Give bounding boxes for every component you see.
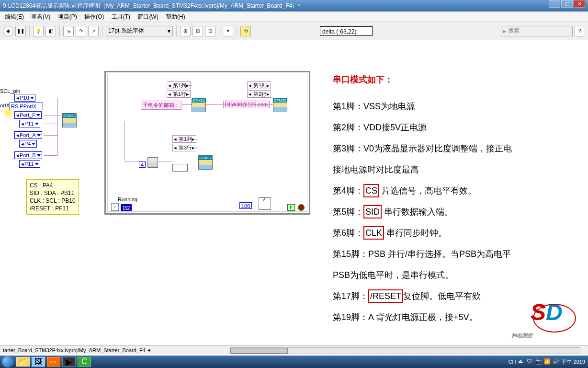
concat-node[interactable] (172, 164, 188, 172)
menu-bar: 编辑(E) 查看(V) 项目(P) 操作(O) 工具(T) 窗口(W) 帮助(H… (0, 12, 588, 22)
font-selector[interactable]: 17pt 系统字体▾ (106, 26, 173, 36)
help-button[interactable]: ? (575, 26, 585, 36)
menu-view[interactable]: 查看(V) (31, 13, 50, 20)
document-text: 串口模式如下： 第1脚：VSS为地电源 第2脚：VDD接5V正电源 第3脚：V0… (333, 69, 582, 328)
shield-icon: 🛡 (527, 358, 533, 365)
bool-false-const[interactable]: F (287, 204, 295, 211)
col1-b[interactable]: ◂第1列▸ (247, 81, 271, 89)
taskbar-pdf[interactable]: PDF (47, 357, 60, 367)
port-a[interactable]: ◂Port_A (14, 131, 42, 139)
menu-operate[interactable]: 操作(O) (84, 13, 104, 20)
block-diagram-canvas[interactable]: SCL_pin ortX ◂P10 RS PPortX ◂Port_F ◂P11… (0, 40, 588, 366)
port-p10[interactable]: ◂P10 (14, 94, 35, 102)
system-tray[interactable]: CH ⏏ 🛡 📷 📶 🔊 下午 2019 (506, 358, 588, 366)
taskbar-photo[interactable]: 🖼 (32, 357, 45, 367)
const-4[interactable]: 4 (139, 161, 146, 168)
step-out-button[interactable]: ↗ (88, 26, 99, 36)
row1-a[interactable]: ◂第1行▸ (167, 90, 191, 98)
camera-icon: 📷 (535, 358, 542, 365)
sd-logo: SD 神电测控 (531, 299, 583, 337)
doc-pin5: 第5脚：SID 串行数据输入端。 (333, 201, 582, 222)
doc-pin15: 第15脚：PSB 并行/串行选择。当PSB为高电平 (333, 243, 582, 264)
port-p11a[interactable]: ◂P11 (19, 120, 40, 127)
distribute-button[interactable]: ⊟ (192, 26, 203, 36)
clock-date: 2019 (574, 359, 585, 365)
clock-time: 下午 (561, 358, 572, 366)
run-button[interactable]: ◉ (3, 26, 13, 36)
maximize-button[interactable]: ▢ (561, 0, 573, 8)
stm32-node-c[interactable]: STM32 (198, 155, 213, 170)
search-input[interactable]: ▸ 搜索 (501, 26, 573, 36)
reorder-button[interactable]: ⊡ (205, 26, 215, 36)
menu-window[interactable]: 窗口(W) (137, 13, 158, 20)
volume-icon: 🔊 (553, 358, 559, 365)
port-f[interactable]: ◂Port_F (14, 111, 42, 119)
port-p4[interactable]: ◂P4 (19, 140, 37, 148)
taskbar: 📁 🖼 PDF ▶ C CH ⏏ 🛡 📷 📶 🔊 下午 2019 (0, 356, 588, 368)
cleanup-button[interactable]: ✦ (223, 26, 233, 36)
sync-button[interactable]: ⟲ (240, 26, 251, 36)
doc-pin4: 第4脚：CS 片选信号，高电平有效。 (333, 180, 582, 201)
label-scl-pin: SCL_pin (0, 88, 20, 94)
i32-indicator[interactable]: I32 (121, 204, 132, 211)
row2[interactable]: ◂第2行▸ (247, 90, 271, 98)
while-loop[interactable] (104, 71, 310, 215)
row3[interactable]: ◂第3行▸ (172, 144, 196, 151)
string-email-label[interactable]: 王电令的邮箱： (141, 101, 181, 110)
title-bar: 9-LCD12864液晶显示实验.vi 程序框图（My_ARM_Starter_… (0, 0, 588, 12)
loop-stop-terminal[interactable] (298, 204, 305, 211)
highlight-exec-button[interactable]: 💡 (33, 26, 44, 36)
close-button[interactable]: ✕ (574, 0, 585, 8)
doc-pin2: 第2脚：VDD接5V正电源 (333, 117, 582, 138)
port-rspp[interactable]: RS PPortX (10, 103, 43, 110)
toolbar: ◉ ❚❚ 💡 ◧ ↘ ↷ ↗ 17pt 系统字体▾ ⊞ ⊟ ⊡ ✦ ⟲ delt… (0, 22, 588, 40)
window-title: 9-LCD12864液晶显示实验.vi 程序框图（My_ARM_Starter_… (3, 0, 300, 12)
running-label: Running (118, 196, 137, 202)
retain-wires-button[interactable]: ◧ (45, 26, 56, 36)
taskbar-explorer[interactable]: 📁 (16, 357, 30, 367)
project-path: tarter_Board_STM32F4xx.lvproj/My_ARM_Sta… (3, 347, 146, 353)
stm32-init-node[interactable]: STM32 (62, 113, 77, 127)
cursor-delta: delta (-63,22) (320, 26, 373, 36)
doc-pin3b: 接地电源时对比度最高 (333, 159, 582, 180)
pause-button[interactable]: ❚❚ (15, 26, 26, 36)
menu-project[interactable]: 项目(P) (58, 13, 77, 20)
horizontal-scrollbar[interactable] (230, 347, 580, 354)
menu-tools[interactable]: 工具(T) (112, 13, 130, 20)
eject-icon: ⏏ (518, 358, 525, 365)
port-p11b[interactable]: ◂P11 (19, 160, 40, 168)
wait-ms-node[interactable]: ⏱ (259, 197, 271, 210)
iteration-terminal[interactable]: i (111, 203, 119, 211)
stm32-node-a[interactable]: STM32 (192, 98, 206, 112)
doc-pin3: 第3脚：V0为液晶显示器对比度调整端，接正电 (333, 138, 582, 159)
const-100[interactable]: 100 (239, 202, 252, 209)
doc-pin1: 第1脚：VSS为地电源 (333, 96, 582, 117)
ime-indicator: CH (509, 359, 516, 365)
taskbar-camtasia[interactable]: C (78, 357, 91, 367)
start-button[interactable] (2, 356, 13, 368)
doc-pin15b: PSB为低电平时，是串行模式。 (333, 264, 582, 286)
align-button[interactable]: ⊞ (180, 26, 191, 36)
format-node[interactable] (147, 157, 158, 168)
menu-edit[interactable]: 编辑(E) (5, 13, 24, 20)
taskbar-labview[interactable]: ▶ (62, 357, 76, 367)
network-icon: 📶 (544, 358, 551, 365)
col1-c[interactable]: ◂第1列▸ (172, 135, 196, 143)
col1-a[interactable]: ◂第1列▸ (167, 81, 191, 89)
step-into-button[interactable]: ↘ (63, 26, 74, 36)
doc-pin6: 第6脚：CLK 串行同步时钟。 (333, 222, 582, 243)
stm32-node-b[interactable]: STM32 (273, 98, 287, 112)
watermark-text: 神电测控 (511, 332, 588, 339)
step-over-button[interactable]: ↷ (76, 26, 86, 36)
doc-title: 串口模式如下： (333, 69, 582, 90)
port-b[interactable]: ◂Port_B (14, 151, 42, 159)
menu-help[interactable]: 帮助(H) (166, 13, 185, 20)
pin-comment: CS : PA4SID : SDA : PB11CLK : SCL : PB10… (26, 179, 79, 215)
minimize-button[interactable]: — (549, 0, 560, 8)
